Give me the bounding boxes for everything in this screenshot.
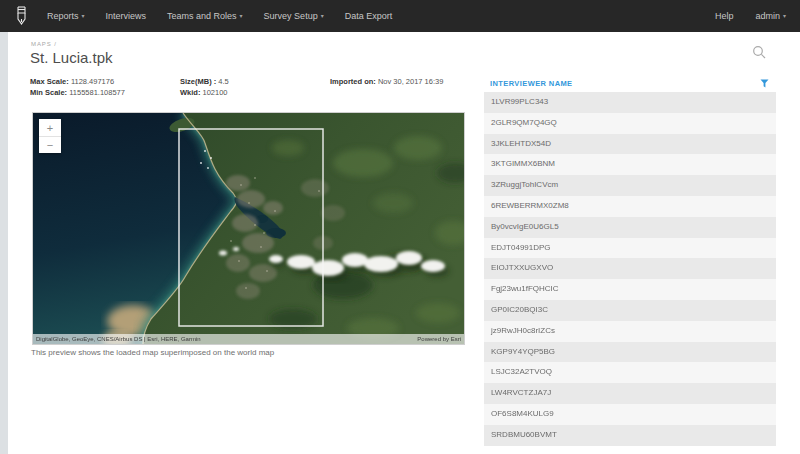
chevron-down-icon: ▾	[783, 13, 786, 19]
satellite-basemap	[33, 113, 464, 344]
interviewer-panel: INTERVIEWER NAME 1LVR99PLC3432GLR9QM7Q4G…	[484, 75, 776, 446]
list-item[interactable]: 3ZRuggjTohICVcm	[484, 175, 776, 196]
list-item[interactable]: By0vcvIgE0U6GL5	[484, 217, 776, 238]
map-caption: This preview shows the loaded map superi…	[31, 348, 274, 357]
chevron-down-icon: ▾	[240, 13, 243, 19]
map-attribution: DigitalGlobe, GeoEye, CNES/Airbus DS | E…	[36, 336, 201, 342]
list-item[interactable]: 2GLR9QM7Q4GQ	[484, 113, 776, 134]
nav-item-interviews[interactable]: Interviews	[106, 11, 147, 21]
list-item[interactable]: EIOJTXXUGXVO	[484, 258, 776, 279]
nav-item-reports[interactable]: Reports▾	[47, 11, 85, 21]
list-item[interactable]: Fgj23wu1fFQHCIC	[484, 279, 776, 300]
zoom-in-button[interactable]: +	[39, 119, 61, 136]
chevron-down-icon: ▾	[321, 13, 324, 19]
app-logo-pen-icon[interactable]	[14, 5, 30, 27]
interviewer-list: 1LVR99PLC3432GLR9QM7Q4GQ3JKLEHTDX54D3KTG…	[484, 92, 776, 446]
map-zoom-control: + −	[39, 119, 61, 153]
interviewer-list-header: INTERVIEWER NAME	[484, 75, 776, 92]
filter-funnel-icon[interactable]	[760, 79, 769, 88]
top-navbar: Reports▾ Interviews Teams and Roles▾ Sur…	[0, 0, 800, 32]
nav-item-survey-setup[interactable]: Survey Setup▾	[264, 11, 324, 21]
help-link[interactable]: Help	[715, 11, 734, 21]
list-item[interactable]: LW4RVCTZJA7J	[484, 383, 776, 404]
admin-user-menu[interactable]: admin▾	[755, 11, 786, 21]
nav-item-teams-and-roles[interactable]: Teams and Roles▾	[167, 11, 243, 21]
map-preview[interactable]: + − DigitalGlobe, GeoEye, CNES/Airbus DS…	[32, 112, 465, 345]
list-item[interactable]: EDJT04991DPG	[484, 238, 776, 259]
breadcrumb[interactable]: MAPS /	[31, 41, 57, 47]
search-icon[interactable]	[752, 45, 767, 60]
interviewer-name-column-header[interactable]: INTERVIEWER NAME	[490, 79, 573, 88]
list-item[interactable]: jz9RwJH0c8rIZCs	[484, 321, 776, 342]
list-item[interactable]: KGP9Y4YQP5BG	[484, 342, 776, 363]
list-item[interactable]: 3KTGIMMX6BNM	[484, 154, 776, 175]
map-imported-meta: Imported on: Nov 30, 2017 16:39	[330, 76, 443, 87]
list-item[interactable]: 3JKLEHTDX54D	[484, 134, 776, 155]
powered-by-esri[interactable]: Powered by Esri	[417, 336, 461, 342]
zoom-out-button[interactable]: −	[39, 136, 61, 153]
list-item[interactable]: SRDBMU60BVMT	[484, 425, 776, 446]
list-item[interactable]: OF6S8M4KULG9	[484, 404, 776, 425]
list-item[interactable]: GP0IC20BQI3C	[484, 300, 776, 321]
list-item[interactable]: 1LVR99PLC343	[484, 92, 776, 113]
nav-item-data-export[interactable]: Data Export	[345, 11, 393, 21]
map-size-meta: Size(MB) : 4.5 Wkid: 102100	[180, 76, 229, 98]
map-attribution-bar: DigitalGlobe, GeoEye, CNES/Airbus DS | E…	[33, 334, 464, 344]
collapsed-side-strip	[0, 32, 8, 454]
page-title: St. Lucia.tpk	[30, 49, 113, 66]
list-item[interactable]: LSJC32A2TVOQ	[484, 362, 776, 383]
map-scale-meta: Max Scale: 1128.497176 Min Scale: 115558…	[30, 76, 125, 98]
chevron-down-icon: ▾	[82, 13, 85, 19]
list-item[interactable]: 6REWBERRMX0ZM8	[484, 196, 776, 217]
